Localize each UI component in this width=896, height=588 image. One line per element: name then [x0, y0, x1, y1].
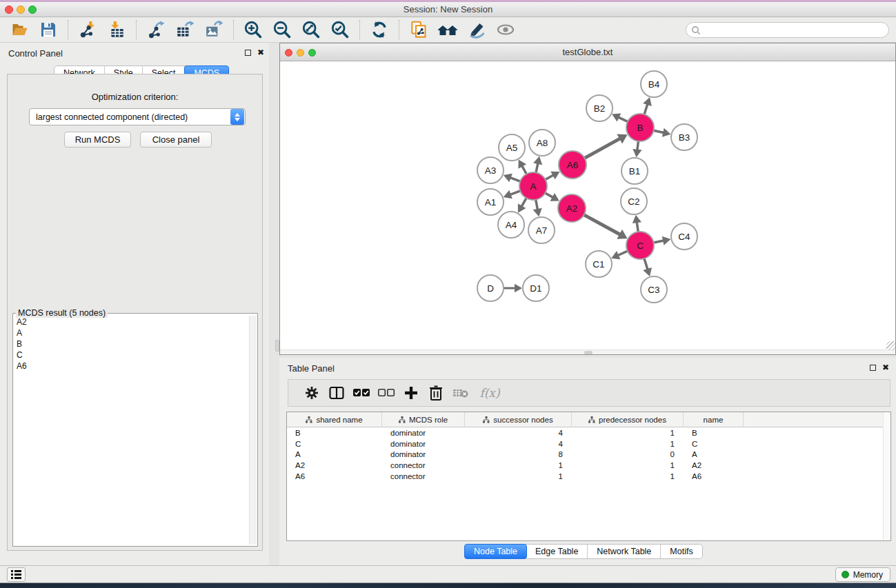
close-window-button[interactable] — [5, 6, 13, 14]
graph-edge-A-A2[interactable] — [545, 193, 552, 197]
delete-column-icon[interactable] — [424, 382, 448, 404]
table-cell[interactable]: A6 — [684, 472, 744, 480]
close-panel-icon[interactable]: ✖ — [257, 49, 264, 56]
home-icon[interactable] — [437, 19, 459, 40]
table-cell[interactable]: A2 — [684, 461, 744, 469]
zoom-in-icon[interactable] — [242, 19, 264, 40]
close-panel-button[interactable]: Close panel — [140, 132, 212, 148]
memory-button[interactable]: Memory — [835, 567, 890, 582]
table-cell[interactable]: 1 — [572, 429, 684, 437]
table-settings-icon[interactable] — [299, 382, 324, 404]
close-table-panel-icon[interactable]: ✖ — [882, 364, 889, 371]
table-cell[interactable]: 1 — [465, 472, 572, 480]
table-cell[interactable]: B — [684, 429, 744, 437]
graph-edge-A-A3[interactable] — [510, 178, 521, 181]
table-cell[interactable]: A2 — [287, 461, 382, 469]
resize-grip-icon[interactable] — [886, 341, 895, 350]
graph-edge-A-A8[interactable] — [536, 163, 538, 173]
open-session-icon[interactable] — [8, 19, 30, 40]
graph-edge-B-B3[interactable] — [654, 130, 664, 132]
tab-network-table[interactable]: Network Table — [588, 545, 661, 558]
table-cell[interactable]: connector — [382, 472, 465, 480]
function-builder-icon[interactable]: f(x) — [473, 382, 506, 404]
save-session-icon[interactable] — [37, 19, 59, 40]
network-hscrollbar[interactable] — [280, 349, 895, 354]
eye-icon[interactable] — [495, 19, 517, 40]
run-mcds-button[interactable]: Run MCDS — [64, 132, 131, 148]
graph-edge-B-B1[interactable] — [637, 141, 639, 150]
table-cell[interactable]: B — [287, 429, 382, 437]
export-image-icon[interactable] — [203, 19, 225, 40]
table-row[interactable]: Bdominator41B — [287, 427, 890, 438]
network-canvas[interactable]: AA1A2A3A4A5A6A7A8BB1B2B3B4CC1C2C3C4DD1 — [280, 61, 895, 351]
minimize-window-button[interactable] — [17, 6, 25, 14]
import-table-icon[interactable] — [106, 19, 128, 40]
mcds-result-item[interactable]: A6 — [14, 361, 248, 372]
table-cell[interactable]: C — [684, 440, 744, 448]
graph-edge-A2-C[interactable] — [584, 215, 620, 235]
app-titlebar[interactable]: Session: New Session — [0, 2, 896, 17]
mcds-result-list[interactable]: A2ABCA6 — [14, 316, 248, 545]
table-row[interactable]: Adominator80A — [287, 449, 890, 460]
zoom-window-button[interactable] — [28, 6, 37, 14]
table-cell[interactable]: dominator — [382, 429, 465, 437]
table-row[interactable]: A6connector11A6 — [287, 471, 890, 482]
table-cell[interactable]: 1 — [465, 461, 572, 469]
table-row[interactable]: A2connector11A2 — [287, 460, 890, 471]
marker-icon[interactable] — [466, 19, 488, 40]
import-network-icon[interactable] — [77, 19, 99, 40]
column-header-successor-nodes[interactable]: successor nodes — [465, 412, 572, 427]
tab-node-table[interactable]: Node Table — [464, 544, 527, 559]
table-row[interactable]: Cdominator41C — [287, 438, 890, 449]
table-cell[interactable]: 1 — [572, 472, 684, 480]
graph-edge-C-C4[interactable] — [654, 241, 664, 243]
table-cell[interactable]: 8 — [465, 450, 572, 458]
deselect-all-icon[interactable] — [374, 382, 399, 404]
zoom-out-icon[interactable] — [271, 19, 293, 40]
table-cell[interactable]: 1 — [572, 461, 684, 469]
table-cell[interactable]: 4 — [465, 429, 572, 437]
graph-edge-A-A6[interactable] — [546, 175, 554, 179]
column-header-MCDS-role[interactable]: MCDS role — [382, 412, 465, 427]
table-scrollbar[interactable] — [883, 412, 890, 540]
table-cell[interactable]: A — [684, 450, 744, 458]
delete-table-icon[interactable] — [448, 382, 473, 404]
table-cell[interactable]: 1 — [572, 440, 684, 448]
graph-edge-B-B4[interactable] — [644, 104, 648, 114]
zoom-selected-icon[interactable] — [329, 19, 351, 40]
graph-edge-A-A7[interactable] — [536, 200, 538, 210]
mcds-list-scrollbar[interactable] — [249, 316, 257, 545]
graph-edge-C-C3[interactable] — [644, 258, 648, 270]
graph-edge-C-C2[interactable] — [637, 222, 638, 232]
table-cell[interactable]: C — [287, 440, 382, 448]
split-table-icon[interactable] — [324, 382, 349, 404]
search-box[interactable] — [686, 22, 889, 38]
graph-edge-A-A4[interactable] — [521, 198, 526, 206]
export-table-icon[interactable] — [174, 19, 196, 40]
export-network-icon[interactable] — [145, 19, 167, 40]
table-cell[interactable]: A — [287, 450, 382, 458]
table-cell[interactable]: connector — [382, 461, 465, 469]
add-column-icon[interactable] — [399, 382, 424, 404]
network-minimize-button[interactable] — [297, 49, 304, 57]
table-cell[interactable]: dominator — [382, 450, 465, 458]
tab-edge-table[interactable]: Edge Table — [526, 545, 588, 558]
column-header-predecessor-nodes[interactable]: predecessor nodes — [572, 412, 684, 427]
mcds-result-item[interactable]: B — [14, 338, 248, 349]
task-history-icon[interactable] — [7, 567, 26, 582]
mcds-result-item[interactable]: C — [14, 349, 248, 361]
tab-motifs[interactable]: Motifs — [661, 545, 701, 558]
float-panel-icon[interactable] — [245, 50, 251, 56]
network-window-titlebar[interactable]: testGlobe.txt — [280, 43, 895, 61]
criterion-select[interactable]: largest connected component (directed) — [29, 108, 246, 125]
graph-edge-C-C1[interactable] — [618, 251, 628, 255]
network-close-button[interactable] — [285, 49, 292, 57]
graph-edge-B-B2[interactable] — [619, 117, 628, 121]
select-all-icon[interactable] — [349, 382, 374, 404]
float-table-panel-icon[interactable] — [870, 365, 876, 371]
cybrowser-icon[interactable] — [408, 19, 430, 40]
column-header-name[interactable]: name — [684, 412, 744, 427]
mcds-result-item[interactable]: A — [14, 327, 248, 338]
search-input[interactable] — [701, 24, 888, 37]
mcds-result-item[interactable]: A2 — [14, 316, 248, 327]
